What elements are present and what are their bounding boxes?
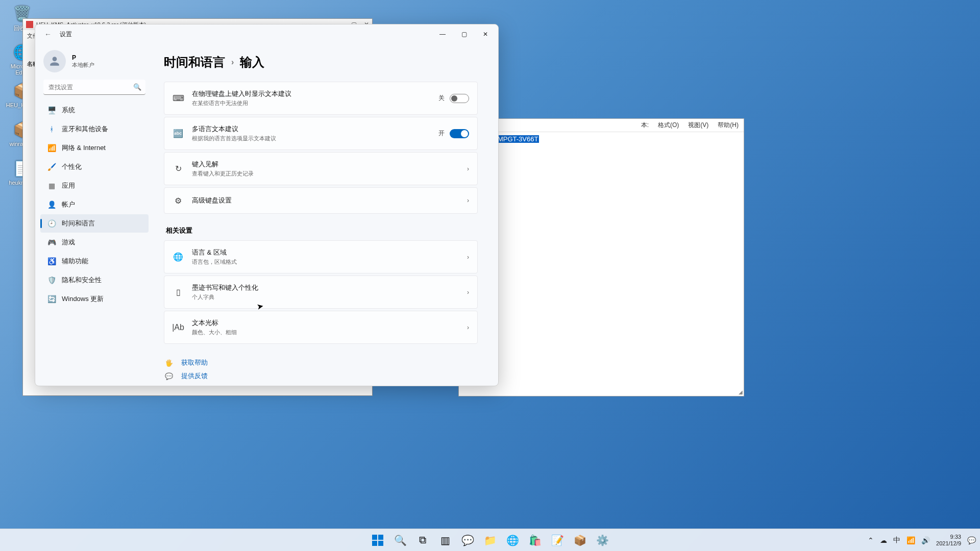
globe-icon: 🌐: [173, 252, 184, 263]
accessibility-icon: ♿: [47, 257, 56, 265]
sidebar-item-bluetooth[interactable]: ᚼ蓝牙和其他设备: [40, 120, 149, 138]
help-link-label: 获取帮助: [181, 358, 208, 367]
notepad-text-area[interactable]: M-C97JM-9MPGT-3V66T: [459, 132, 744, 146]
sidebar-item-label: 隐私和安全性: [62, 276, 102, 285]
settings-sidebar: P 本地帐户 🔍 🖥️系统 ᚼ蓝牙和其他设备 📶网络 & Internet 🖌️…: [35, 44, 154, 386]
tray-volume-icon[interactable]: 🔊: [921, 536, 930, 544]
bluetooth-icon: ᚼ: [47, 125, 56, 133]
tray-onedrive-icon[interactable]: ☁: [880, 536, 887, 544]
avatar: [43, 50, 66, 72]
toggle-label: 开: [438, 129, 445, 138]
chevron-right-icon: ›: [467, 197, 469, 204]
brush-icon: 🖌️: [47, 163, 56, 171]
sidebar-item-accessibility[interactable]: ♿辅助功能: [40, 252, 149, 270]
card-title: 键入见解: [192, 160, 459, 169]
sidebar-item-privacy[interactable]: 🛡️隐私和安全性: [40, 271, 149, 289]
card-subtitle: 颜色、大小、粗细: [192, 329, 459, 336]
settings-titlebar[interactable]: ← 设置 — ▢ ✕: [35, 24, 498, 44]
taskbar-search[interactable]: 🔍: [390, 531, 410, 550]
taskbar-store[interactable]: 🛍️: [525, 531, 545, 550]
sidebar-item-windows-update[interactable]: 🔄Windows 更新: [40, 290, 149, 308]
sidebar-item-label: 辅助功能: [62, 257, 88, 266]
tray-time: 9:33: [936, 534, 961, 540]
card-text-cursor[interactable]: |Ab 文本光标 颜色、大小、粗细 ›: [164, 311, 478, 344]
gear-icon: ⚙️: [596, 534, 609, 546]
sidebar-item-label: 帐户: [62, 200, 75, 209]
person-icon: 👤: [47, 201, 56, 209]
system-icon: 🖥️: [47, 106, 56, 114]
card-title: 高级键盘设置: [192, 196, 459, 205]
sidebar-item-network[interactable]: 📶网络 & Internet: [40, 139, 149, 157]
card-subtitle: 个人字典: [192, 293, 459, 301]
get-help-link[interactable]: 🖐 获取帮助: [164, 356, 478, 369]
apps-icon: ▦: [47, 182, 56, 190]
keyboard-icon: ⌨: [173, 93, 184, 104]
search-icon: 🔍: [394, 534, 407, 546]
notepad-menu-item[interactable]: 格式(O): [658, 121, 679, 130]
search-input[interactable]: [43, 80, 145, 95]
sidebar-item-label: 时间和语言: [62, 219, 95, 228]
sidebar-item-system[interactable]: 🖥️系统: [40, 101, 149, 119]
profile-block[interactable]: P 本地帐户: [38, 46, 151, 80]
minimize-button[interactable]: —: [432, 27, 453, 42]
card-subtitle: 根据我的语言首选项显示文本建议: [192, 135, 430, 142]
sidebar-item-gaming[interactable]: 🎮游戏: [40, 233, 149, 252]
sidebar-item-label: 应用: [62, 181, 75, 190]
card-multilingual-suggestions[interactable]: 🔤 多语言文本建议 根据我的语言首选项显示文本建议 开: [164, 117, 478, 150]
card-subtitle: 查看键入和更正历史记录: [192, 170, 459, 178]
notepad-menu-item[interactable]: 本:: [641, 121, 649, 130]
shield-icon: 🛡️: [47, 276, 56, 284]
taskview-icon: ⧉: [419, 534, 426, 546]
card-inking-typing[interactable]: ▯ 墨迹书写和键入个性化 个人字典 ›: [164, 276, 478, 309]
sidebar-item-apps[interactable]: ▦应用: [40, 177, 149, 195]
breadcrumb: 时间和语言 › 输入: [164, 54, 478, 70]
taskbar-widgets[interactable]: ▥: [435, 531, 455, 550]
sidebar-item-accounts[interactable]: 👤帐户: [40, 195, 149, 214]
taskbar-chat[interactable]: 💬: [458, 531, 477, 550]
search-icon[interactable]: 🔍: [133, 83, 141, 91]
back-button[interactable]: ←: [41, 27, 55, 41]
sidebar-item-label: 系统: [62, 106, 75, 115]
taskbar-notepad[interactable]: 📝: [548, 531, 567, 550]
sidebar-item-label: 蓝牙和其他设备: [62, 124, 108, 134]
chevron-right-icon: ›: [467, 165, 469, 172]
related-settings-label: 相关设置: [166, 226, 478, 235]
close-button[interactable]: ✕: [475, 27, 496, 42]
text-cursor-icon: |Ab: [173, 322, 184, 333]
card-advanced-keyboard[interactable]: ⚙ 高级键盘设置 ›: [164, 187, 478, 214]
widgets-icon: ▥: [440, 534, 450, 546]
taskbar-settings[interactable]: ⚙️: [593, 531, 612, 550]
card-title: 文本光标: [192, 318, 459, 328]
tray-ime[interactable]: 中: [893, 536, 900, 545]
notepad-menu-item[interactable]: 视图(V): [688, 121, 708, 130]
taskbar-edge[interactable]: 🌐: [503, 531, 522, 550]
start-button[interactable]: [368, 531, 387, 550]
taskbar-explorer[interactable]: 📁: [480, 531, 500, 550]
sidebar-item-time-language[interactable]: 🕘时间和语言: [40, 214, 149, 233]
card-typing-insights[interactable]: ↻ 键入见解 查看键入和更正历史记录 ›: [164, 152, 478, 185]
sidebar-item-personalization[interactable]: 🖌️个性化: [40, 158, 149, 176]
resize-grip-icon[interactable]: ◢: [739, 389, 743, 395]
maximize-button[interactable]: ▢: [453, 27, 475, 42]
tray-network-icon[interactable]: 📶: [906, 536, 915, 544]
tray-notifications-icon[interactable]: 💬: [967, 536, 976, 544]
feedback-link[interactable]: 💬 提供反馈: [164, 369, 478, 383]
card-hw-keyboard-suggestions[interactable]: ⌨ 在物理键盘上键入时显示文本建议 在某些语言中无法使用 关: [164, 82, 478, 115]
toggle-hw-suggestions[interactable]: [450, 94, 469, 103]
tray-clock[interactable]: 9:33 2021/12/9: [936, 534, 961, 547]
settings-window: ← 设置 — ▢ ✕ P 本地帐户 🔍 🖥️系统 ᚼ蓝牙和其: [35, 24, 499, 386]
settings-content: 时间和语言 › 输入 ⌨ 在物理键盘上键入时显示文本建议 在某些语言中无法使用 …: [154, 44, 498, 386]
profile-sub: 本地帐户: [72, 61, 94, 69]
taskbar-winrar[interactable]: 📦: [570, 531, 590, 550]
card-language-region[interactable]: 🌐 语言 & 区域 语言包，区域格式 ›: [164, 240, 478, 273]
tray-overflow-icon[interactable]: ⌃: [868, 536, 874, 544]
breadcrumb-parent[interactable]: 时间和语言: [164, 54, 225, 70]
taskbar: 🔍 ⧉ ▥ 💬 📁 🌐 🛍️ 📝 📦 ⚙️ ⌃ ☁ 中 📶 🔊 9:33 202…: [0, 529, 980, 551]
breadcrumb-current: 输入: [240, 54, 264, 70]
system-tray: ⌃ ☁ 中 📶 🔊 9:33 2021/12/9 💬: [868, 534, 976, 547]
clock-globe-icon: 🕘: [47, 219, 56, 228]
taskbar-taskview[interactable]: ⧉: [413, 531, 432, 550]
toggle-multilingual[interactable]: [450, 129, 469, 138]
help-link-label: 提供反馈: [181, 371, 208, 381]
notepad-menu-item[interactable]: 帮助(H): [718, 121, 739, 130]
